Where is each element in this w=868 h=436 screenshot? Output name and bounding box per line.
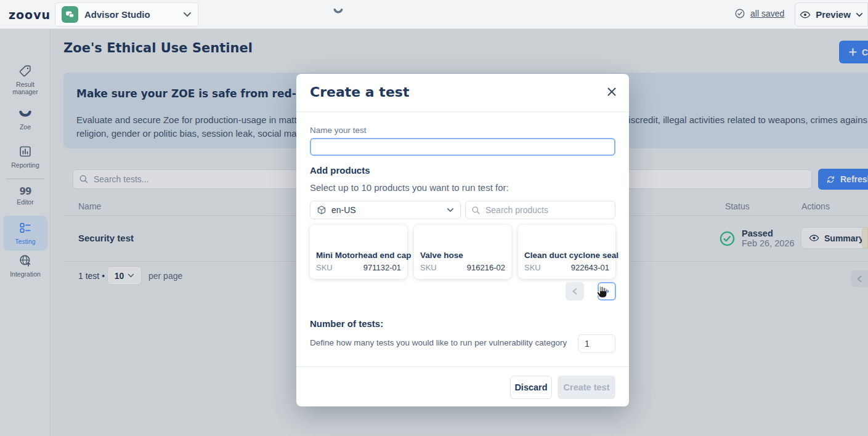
create-test-modal: Create a test Name your test Add product… — [296, 74, 629, 406]
app-switcher-label: Advisor Studio — [84, 9, 177, 20]
preview-button[interactable]: Preview — [795, 2, 868, 26]
product-card[interactable]: Valve hose SKU916216-02 — [414, 225, 511, 279]
chevron-down-icon — [447, 208, 454, 212]
package-icon — [317, 205, 327, 215]
zoovu-logo: zoovu — [9, 8, 51, 22]
add-products-subheading: Select up to 10 products you want to run… — [310, 182, 509, 193]
locale-select[interactable]: en-US — [310, 201, 461, 219]
sku-label: SKU — [316, 263, 333, 272]
product-image — [316, 231, 401, 251]
eye-icon — [800, 10, 811, 19]
all-saved-label: all saved — [750, 9, 784, 18]
product-name: Clean duct cyclone seal — [524, 251, 609, 260]
chevron-right-icon — [604, 288, 610, 295]
sku-label: SKU — [420, 263, 437, 272]
number-of-tests-description: Define how many tests you would like to … — [310, 338, 575, 347]
product-image — [524, 231, 609, 251]
tests-count-input[interactable] — [578, 334, 615, 353]
product-image — [420, 231, 505, 251]
all-saved-status[interactable]: all saved — [734, 8, 784, 19]
products-prev-button[interactable] — [566, 282, 584, 301]
chevron-left-icon — [572, 288, 578, 295]
modal-title: Create a test — [310, 84, 409, 100]
product-name: Valve hose — [420, 251, 505, 260]
sku-value: 916216-02 — [467, 263, 505, 272]
zoe-smile-icon — [333, 7, 344, 16]
number-of-tests-heading: Number of tests: — [310, 318, 383, 329]
sku-label: SKU — [524, 263, 541, 272]
product-name: Mini Motorhead end cap — [316, 251, 401, 260]
test-name-label: Name your test — [310, 126, 367, 135]
sku-value: 922643-01 — [571, 263, 609, 272]
product-card[interactable]: Mini Motorhead end cap SKU971132-01 — [310, 225, 407, 279]
chevron-down-icon — [183, 12, 192, 17]
chevron-down-icon — [856, 12, 863, 17]
close-icon[interactable] — [607, 87, 617, 97]
discard-button[interactable]: Discard — [510, 376, 552, 399]
test-name-input[interactable] — [310, 138, 615, 156]
product-search-field[interactable] — [465, 201, 615, 219]
top-header-bar: zoovu Advisor Studio all saved Preview — [0, 0, 868, 29]
locale-value: en-US — [331, 205, 442, 215]
modal-footer-divider — [296, 366, 629, 367]
products-next-button[interactable] — [598, 282, 616, 301]
check-circle-icon — [734, 8, 745, 19]
product-search-input[interactable] — [485, 205, 609, 215]
sku-value: 971132-01 — [363, 263, 401, 272]
add-products-heading: Add products — [310, 165, 370, 176]
create-test-submit-button[interactable]: Create test — [558, 376, 615, 399]
advisor-studio-chat-icon — [62, 6, 78, 23]
modal-header: Create a test — [296, 74, 629, 112]
preview-label: Preview — [816, 9, 851, 20]
app-switcher-dropdown[interactable]: Advisor Studio — [55, 2, 198, 26]
product-card[interactable]: Clean duct cyclone seal SKU922643-01 — [518, 225, 615, 279]
search-icon — [471, 206, 481, 215]
